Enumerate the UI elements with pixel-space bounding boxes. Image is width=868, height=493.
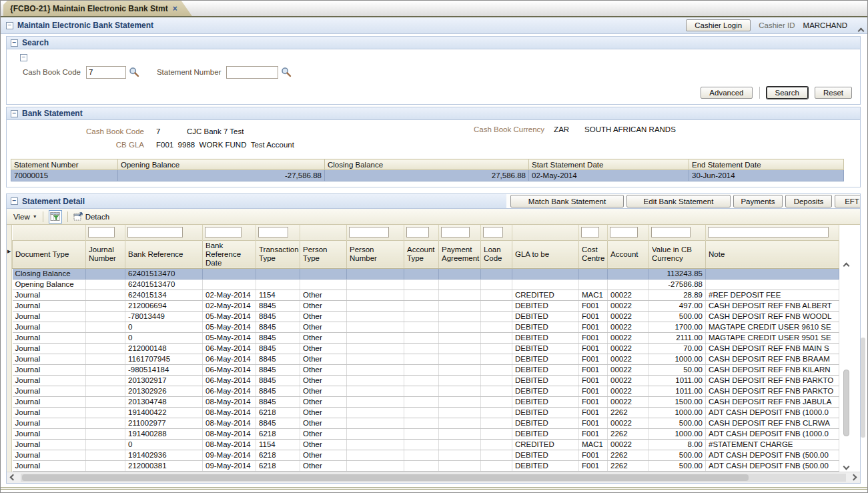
detail-cell: 1161707945 — [125, 354, 203, 364]
detail-row[interactable]: Journal19140028808-May-20146218OtherDEBI… — [13, 428, 839, 439]
column-header-transaction-type[interactable]: Transaction Type — [256, 240, 300, 268]
horizontal-scroll-thumb[interactable] — [22, 474, 749, 481]
column-header-payment-agreement[interactable]: Payment Agreement — [439, 240, 481, 268]
column-header-loan-code[interactable]: Loan Code — [481, 240, 512, 268]
detail-row[interactable]: Journal19140293609-May-20146218OtherDEBI… — [13, 450, 839, 460]
detail-row[interactable]: Opening Balance62401513470-27586.88 — [13, 279, 839, 290]
detail-row[interactable]: Journal62401513402-May-20141154OtherCRED… — [13, 290, 839, 300]
col-end-statement-date[interactable]: End Statement Date — [689, 159, 844, 170]
column-header-document-type[interactable]: Document Type — [13, 240, 86, 268]
statement-row[interactable]: 70000015 -27,586.88 27,586.88 02-May-201… — [11, 170, 844, 181]
filter-input-person-number[interactable] — [349, 227, 389, 237]
column-header-bank-reference-date[interactable]: Bank Reference Date — [203, 240, 256, 268]
detail-row[interactable]: Journal-7801344905-May-20148845OtherDEBI… — [13, 311, 839, 322]
cash-book-code-input[interactable] — [86, 66, 126, 79]
filter-input-note[interactable] — [708, 227, 829, 237]
horizontal-scroll-track[interactable] — [21, 474, 846, 482]
match-bank-statement-button[interactable]: Match Bank Statement — [510, 195, 624, 207]
detail-row[interactable]: Journal20130292606-May-20148845OtherDEBI… — [13, 386, 839, 396]
statement-number-input[interactable] — [226, 66, 278, 79]
bank-statement-collapse-icon[interactable]: − — [11, 110, 18, 117]
detail-row[interactable]: Journal20130474808-May-20148845OtherDEBI… — [13, 396, 839, 407]
column-header-account[interactable]: Account — [608, 240, 649, 268]
deposits-button[interactable]: Deposits — [785, 195, 832, 207]
column-header-person-type[interactable]: Person Type — [300, 240, 347, 268]
tab-strip: {FCBO-21} Maintain Electronic Bank Stmt … — [1, 1, 867, 17]
scroll-right-icon[interactable] — [851, 474, 857, 481]
detail-cell: F001 — [579, 460, 608, 471]
column-header-journal-number[interactable]: Journal Number — [86, 240, 125, 268]
search-collapse-icon[interactable]: − — [11, 39, 18, 47]
horizontal-scrollbar[interactable] — [7, 472, 860, 483]
filter-input-cost-centre[interactable] — [581, 227, 599, 237]
toolbar-separator — [43, 211, 43, 222]
col-start-statement-date[interactable]: Start Statement Date — [529, 159, 689, 170]
document-tab[interactable]: {FCBO-21} Maintain Electronic Bank Stmt … — [3, 1, 192, 16]
filter-input-account-type[interactable] — [406, 227, 429, 237]
eft-button[interactable]: EFT — [835, 195, 860, 207]
statement-table-header-row: Statement Number Opening Balance Closing… — [11, 159, 844, 170]
filter-input-payment-agreement[interactable] — [441, 227, 470, 237]
detail-row[interactable]: Closing Balance62401513470113243.85 — [13, 268, 839, 279]
detail-cell: 08-May-2014 — [203, 396, 256, 407]
vertical-scrollbar[interactable] — [839, 225, 853, 472]
statement-detail-collapse-icon[interactable]: − — [11, 197, 18, 205]
cb-gla-value: F001 9988 WORK FUND Test Account — [156, 141, 294, 149]
vertical-scroll-track[interactable] — [843, 271, 850, 462]
scroll-left-icon[interactable] — [10, 474, 17, 481]
column-header-account-type[interactable]: Account Type — [404, 240, 439, 268]
detail-row[interactable]: Journal21200014806-May-20148845OtherDEBI… — [13, 343, 839, 354]
detail-cell: 06-May-2014 — [203, 375, 256, 386]
cashier-login-button[interactable]: Cashier Login — [686, 19, 751, 31]
detail-row[interactable]: Journal116170794506-May-20148845OtherDEB… — [13, 354, 839, 364]
tab-close-icon[interactable]: × — [173, 4, 177, 13]
col-closing-balance[interactable]: Closing Balance — [325, 159, 529, 170]
edit-bank-statement-button[interactable]: Edit Bank Statement — [626, 195, 731, 207]
detail-cell — [86, 450, 125, 460]
detail-row[interactable]: Journal005-May-20148845OtherDEBITEDF0010… — [13, 332, 839, 343]
detail-cell: 212000148 — [125, 343, 203, 354]
detail-row[interactable]: Journal21200038109-May-20146218OtherDEBI… — [13, 460, 839, 471]
detail-row[interactable]: Journal-98051418406-May-20148845OtherDEB… — [13, 364, 839, 375]
detail-row[interactable]: Journal20130291706-May-20148845OtherDEBI… — [13, 375, 839, 386]
filter-input-bank-reference[interactable] — [127, 227, 183, 237]
column-header-gla-to-be[interactable]: GLA to be — [512, 240, 579, 268]
reset-button[interactable]: Reset — [815, 87, 852, 99]
filter-input-value-in-cb-currency[interactable] — [651, 227, 691, 237]
detail-cell: 05-May-2014 — [203, 322, 256, 332]
filter-input-bank-reference-date[interactable] — [205, 227, 242, 237]
advanced-button[interactable]: Advanced — [701, 87, 752, 99]
search-button[interactable]: Search — [767, 87, 808, 99]
search-region-collapse-icon[interactable]: − — [20, 54, 27, 61]
scroll-up-icon[interactable] — [843, 263, 849, 270]
detail-row[interactable]: Journal21100297708-May-20148845OtherDEBI… — [13, 418, 839, 428]
filter-input-transaction-type[interactable] — [258, 227, 288, 237]
filter-input-account[interactable] — [610, 227, 638, 237]
detail-row[interactable]: Journal19140042208-May-20146218OtherDEBI… — [13, 407, 839, 418]
statement-number-search-icon[interactable] — [281, 67, 292, 77]
col-opening-balance[interactable]: Opening Balance — [118, 159, 325, 170]
payments-button[interactable]: Payments — [733, 195, 783, 207]
filter-input-loan-code[interactable] — [483, 227, 503, 237]
vertical-scroll-thumb[interactable] — [843, 370, 849, 436]
detail-cell — [347, 428, 404, 439]
detail-cell — [481, 343, 512, 354]
detail-row[interactable]: Journal008-May-20141154OtherCREDITEDMAC1… — [13, 439, 839, 450]
column-header-person-number[interactable]: Person Number — [347, 240, 404, 268]
column-header-cost-centre[interactable]: Cost Centre — [579, 240, 608, 268]
detail-row[interactable]: Journal005-May-20148845OtherDEBITEDF0010… — [13, 322, 839, 332]
detail-cell — [439, 311, 481, 322]
view-menu-button[interactable]: View ▼ — [13, 213, 37, 221]
page-collapse-icon[interactable]: − — [6, 22, 13, 29]
column-header-note[interactable]: Note — [706, 240, 839, 268]
detail-row[interactable]: Journal21200669402-May-20148845OtherDEBI… — [13, 300, 839, 311]
query-by-example-button[interactable] — [49, 210, 62, 223]
col-statement-number[interactable]: Statement Number — [11, 159, 118, 170]
column-header-bank-reference[interactable]: Bank Reference — [125, 240, 203, 268]
cash-book-code-search-icon[interactable] — [129, 67, 139, 77]
filter-input-journal-number[interactable] — [88, 227, 115, 237]
scroll-down-icon[interactable] — [843, 463, 849, 470]
page-scrollbar-thumb[interactable] — [861, 338, 865, 438]
column-header-value-in-cb-currency[interactable]: Value in CB Currency — [649, 240, 706, 268]
detach-button[interactable]: Detach — [73, 211, 109, 221]
